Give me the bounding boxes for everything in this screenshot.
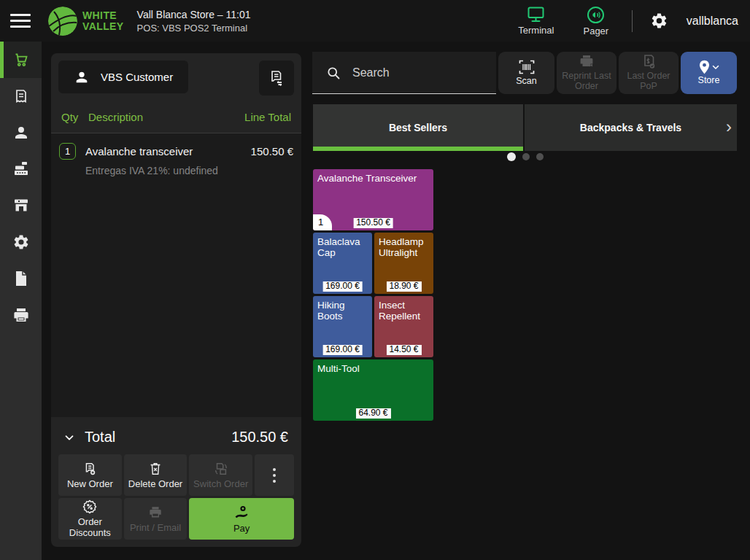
logo-text-line2: VALLEY bbox=[82, 21, 124, 32]
total-value: 150.50 € bbox=[231, 429, 288, 446]
product-qty-badge: 1 bbox=[313, 214, 332, 230]
kebab-menu-icon bbox=[272, 467, 277, 484]
sidebar-item-documents[interactable] bbox=[0, 260, 42, 297]
top-bar: WHITE VALLEY Vall Blanca Store – 11:01 P… bbox=[0, 0, 750, 42]
product-name: Multi-Tool bbox=[317, 363, 360, 374]
product-tile[interactable]: Balaclava Cap 169.00 € bbox=[313, 233, 372, 294]
chevron-right-icon[interactable]: › bbox=[726, 117, 732, 137]
pay-icon bbox=[233, 504, 250, 521]
qty-badge: 1 bbox=[59, 143, 76, 160]
pager-button[interactable]: Pager bbox=[566, 6, 626, 36]
store-name: Vall Blanca Store – 11:01 bbox=[137, 9, 251, 20]
store-selector-button[interactable]: Store bbox=[681, 52, 737, 94]
product-name: Headlamp Ultralight bbox=[379, 236, 424, 258]
discount-icon bbox=[82, 499, 98, 515]
product-tile[interactable]: Hiking Boots 169.00 € bbox=[313, 296, 372, 357]
order-list-button[interactable] bbox=[259, 61, 294, 96]
search-icon bbox=[326, 66, 341, 80]
reprint-icon bbox=[578, 54, 595, 70]
column-qty: Qty bbox=[61, 111, 88, 123]
chevron-down-icon bbox=[63, 431, 76, 444]
print-email-icon bbox=[147, 505, 163, 521]
line-tax-note: Entregas IVA 21%: undefined bbox=[85, 165, 293, 176]
tab-backpacks-travels[interactable]: Backpacks & Travels › bbox=[525, 104, 737, 151]
product-tile[interactable]: Multi-Tool 64.90 € bbox=[313, 359, 433, 421]
sidebar-item-cash-register[interactable] bbox=[0, 151, 42, 187]
pager-dot-1[interactable] bbox=[507, 152, 516, 161]
customer-button[interactable]: VBS Customer bbox=[58, 61, 188, 93]
category-tabs: Best Sellers Backpacks & Travels › bbox=[313, 104, 737, 151]
pay-label: Pay bbox=[233, 524, 250, 534]
scan-button[interactable]: Scan bbox=[498, 52, 554, 94]
sidebar-item-orders[interactable] bbox=[0, 78, 42, 114]
terminal-icon bbox=[526, 6, 546, 23]
product-name: Balaclava Cap bbox=[317, 236, 360, 258]
print-email-button[interactable]: Print / Email bbox=[124, 498, 188, 540]
last-order-pop-label: Last Order PoP bbox=[620, 71, 677, 92]
settings-button[interactable] bbox=[643, 12, 676, 30]
printer-icon bbox=[12, 306, 30, 324]
more-actions-button[interactable] bbox=[255, 454, 294, 496]
settings-icon bbox=[12, 233, 30, 251]
order-discounts-label: Order Discounts bbox=[60, 517, 120, 538]
new-order-label: New Order bbox=[67, 479, 113, 490]
sidebar-item-customers[interactable] bbox=[0, 114, 42, 151]
topbar-divider bbox=[632, 10, 633, 32]
scan-label: Scan bbox=[516, 77, 537, 87]
order-discounts-button[interactable]: Order Discounts bbox=[58, 498, 122, 540]
pager-dot-2[interactable] bbox=[522, 153, 530, 160]
store-info: Vall Blanca Store – 11:01 POS: VBS POS2 … bbox=[137, 9, 251, 34]
sidebar-item-pos-cart[interactable] bbox=[0, 42, 42, 78]
product-price: 150.50 € bbox=[353, 218, 393, 228]
product-price: 14.50 € bbox=[386, 345, 421, 355]
category-pager-dots bbox=[313, 152, 737, 161]
total-row[interactable]: Total 150.50 € bbox=[58, 419, 294, 454]
last-order-icon bbox=[640, 54, 657, 70]
pager-dot-3[interactable] bbox=[536, 153, 544, 160]
pay-button[interactable]: Pay bbox=[189, 498, 294, 540]
product-tile[interactable]: Avalanche Transceiver 1 150.50 € bbox=[313, 169, 433, 230]
terminal-label: Terminal bbox=[518, 25, 554, 36]
delete-order-icon bbox=[147, 461, 163, 477]
pager-icon bbox=[587, 6, 605, 24]
new-order-icon bbox=[82, 461, 98, 477]
total-label: Total bbox=[85, 429, 231, 446]
customer-name: VBS Customer bbox=[101, 71, 173, 83]
order-lines: 1 Avalanche transceiver 150.50 € Entrega… bbox=[51, 133, 301, 417]
sidebar-item-printer[interactable] bbox=[0, 297, 42, 333]
reprint-label: Reprint Last Order bbox=[558, 71, 615, 92]
sidebar-item-settings[interactable] bbox=[0, 224, 42, 260]
new-order-button[interactable]: New Order bbox=[58, 454, 122, 496]
customer-avatar-icon bbox=[74, 69, 90, 85]
pos-name: POS: VBS POS2 Terminal bbox=[137, 23, 251, 34]
line-total-value: 150.50 € bbox=[251, 145, 293, 158]
logo-globe-icon bbox=[48, 7, 77, 36]
product-name: Insect Repellent bbox=[379, 300, 420, 322]
terminal-button[interactable]: Terminal bbox=[506, 6, 566, 36]
username: vallblanca bbox=[687, 15, 738, 28]
line-product-name: Avalanche transceiver bbox=[85, 145, 251, 158]
search-box[interactable] bbox=[312, 52, 496, 94]
product-price: 64.90 € bbox=[355, 408, 390, 419]
sidebar-item-shop[interactable] bbox=[0, 187, 42, 224]
switch-order-button[interactable]: Switch Order bbox=[189, 454, 252, 496]
location-pin-icon bbox=[698, 60, 711, 74]
product-tile[interactable]: Insect Repellent 14.50 € bbox=[374, 296, 433, 357]
tab-best-sellers[interactable]: Best Sellers bbox=[313, 104, 523, 151]
delete-order-button[interactable]: Delete Order bbox=[124, 454, 188, 496]
product-name: Avalanche Transceiver bbox=[317, 173, 417, 184]
product-grid: Avalanche Transceiver 1 150.50 € Balacla… bbox=[313, 169, 433, 421]
product-price: 18.90 € bbox=[386, 281, 421, 292]
search-input[interactable] bbox=[352, 66, 484, 79]
column-line-total: Line Total bbox=[244, 111, 291, 123]
order-line[interactable]: 1 Avalanche transceiver 150.50 € Entrega… bbox=[59, 143, 293, 176]
product-tile[interactable]: Headlamp Ultralight 18.90 € bbox=[374, 233, 433, 294]
hamburger-menu-icon[interactable] bbox=[10, 10, 31, 31]
reprint-last-order-button[interactable]: Reprint Last Order bbox=[557, 52, 616, 94]
last-order-pop-button[interactable]: Last Order PoP bbox=[619, 52, 679, 94]
product-name: Hiking Boots bbox=[317, 300, 345, 322]
tab-best-sellers-label: Best Sellers bbox=[389, 122, 447, 133]
cash-register-icon bbox=[12, 160, 31, 179]
logo-text-line1: WHITE bbox=[82, 10, 124, 21]
product-price: 169.00 € bbox=[322, 281, 363, 292]
